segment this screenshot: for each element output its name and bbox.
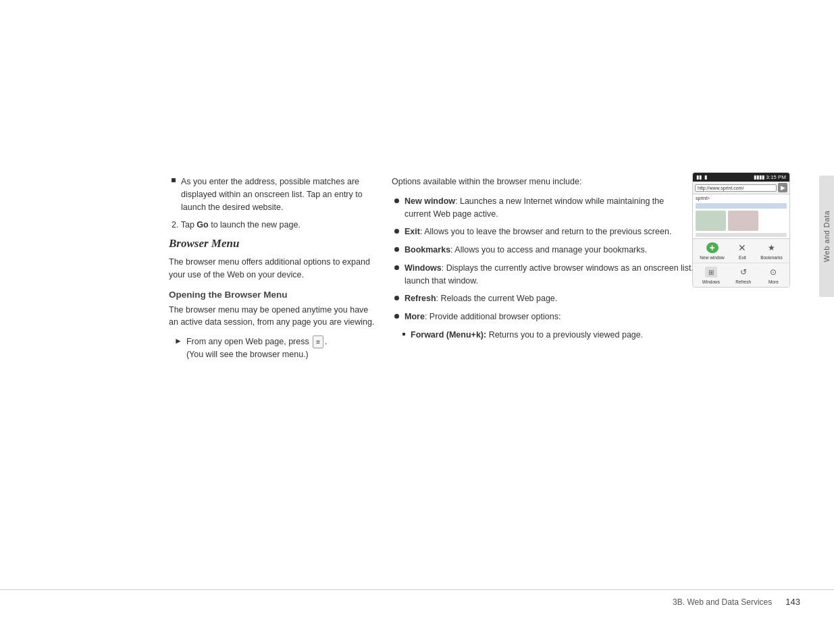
bookmarks-icon: ★ bbox=[764, 242, 778, 254]
bookmarks-star-icon: ★ bbox=[765, 242, 777, 253]
phone-menu-row1: + New window ✕ Exit ★ bbox=[693, 239, 789, 263]
phone-menu-bookmarks: ★ Bookmarks bbox=[760, 242, 783, 260]
phone-screenshot: ▮▮ ▮ ▮▮▮▮ 3:15 PM http://www.sprint.com/… bbox=[692, 172, 790, 288]
phone-content-bar2 bbox=[696, 233, 787, 237]
bookmarks-bold: Bookmarks bbox=[405, 245, 450, 254]
exit-bold: Exit bbox=[405, 227, 420, 236]
bullet-circle-4 bbox=[394, 265, 399, 270]
refresh-desc: : Reloads the current Web page. bbox=[436, 294, 558, 303]
refresh-icon: ↺ bbox=[737, 266, 750, 278]
step-go-bold: Go bbox=[197, 220, 208, 230]
forward-text: Forward (Menu+k): Returns you to a previ… bbox=[411, 329, 643, 342]
exit-desc: : Allows you to leave the browser and re… bbox=[420, 227, 671, 236]
phone-site-name: sprint> bbox=[693, 194, 789, 202]
exit-x-icon: ✕ bbox=[736, 242, 748, 253]
bullet-refresh: Refresh: Reloads the current Web page. bbox=[392, 292, 790, 305]
menu-button-icon: ≡ bbox=[313, 336, 323, 348]
phone-menu-exit: ✕ Exit bbox=[735, 242, 749, 260]
new-window-bold: New window bbox=[405, 196, 455, 206]
forward-bold: Forward (Menu+k): bbox=[411, 330, 486, 340]
right-column: ▮▮ ▮ ▮▮▮▮ 3:15 PM http://www.sprint.com/… bbox=[392, 176, 790, 344]
step-number: 2. bbox=[172, 220, 178, 230]
page-number: 143 bbox=[785, 597, 800, 607]
bookmarks-label: Bookmarks bbox=[760, 255, 783, 260]
opening-browser-menu-heading: Opening the Browser Menu bbox=[169, 290, 378, 300]
arrow-text-from: From any open Web page, press bbox=[186, 337, 311, 346]
arrow-text: From any open Web page, press ≡. (You wi… bbox=[186, 336, 328, 361]
phone-status-icons-left: ▮▮ ▮ bbox=[696, 174, 707, 180]
phone-menu-refresh: ↺ Refresh bbox=[735, 266, 751, 284]
more-circle-icon: ⊙ bbox=[767, 267, 779, 277]
new-window-icon: + bbox=[706, 242, 719, 254]
side-tab-label: Web and Data bbox=[823, 211, 831, 262]
bookmarks-text: Bookmarks: Allows you to access and mana… bbox=[405, 244, 647, 257]
browser-menu-intro: The browser menu offers additional optio… bbox=[169, 256, 378, 281]
footer-section: 3B. Web and Data Services bbox=[673, 597, 772, 607]
phone-content-thumbs bbox=[696, 211, 787, 231]
sub-bullet-icon bbox=[402, 333, 405, 336]
phone-menu-windows: ⊞ Windows bbox=[702, 266, 720, 284]
step-2: 2. Tap Go to launch the new page. bbox=[169, 219, 378, 232]
arrow-item-from: ► From any open Web page, press ≡. (You … bbox=[169, 336, 378, 361]
bullet-circle-6 bbox=[394, 314, 399, 319]
page-container: Web and Data As you enter the address, p… bbox=[0, 0, 834, 644]
new-window-text: New window: Launches a new Internet wind… bbox=[405, 195, 685, 221]
side-tab: Web and Data bbox=[819, 176, 834, 297]
browser-menu-heading: Browser Menu bbox=[169, 237, 378, 250]
bullet-more: More: Provide additional browser options… bbox=[392, 311, 790, 323]
refresh-bold: Refresh bbox=[405, 294, 436, 303]
new-window-label: New window bbox=[700, 255, 725, 260]
signal-icon: ▮▮ bbox=[696, 174, 702, 180]
windows-grid-icon: ⊞ bbox=[705, 267, 717, 277]
bullet-circle-2 bbox=[394, 229, 399, 234]
more-bold: More bbox=[405, 312, 425, 321]
bullet-circle-1 bbox=[394, 198, 399, 203]
refresh-label: Refresh bbox=[735, 279, 751, 284]
exit-text: Exit: Allows you to leave the browser an… bbox=[405, 225, 671, 238]
new-window-plus-icon: + bbox=[706, 242, 719, 253]
bookmarks-desc: : Allows you to access and manage your b… bbox=[450, 245, 647, 254]
phone-menu-area: + New window ✕ Exit ★ bbox=[693, 238, 789, 287]
phone-menu-row2: ⊞ Windows ↺ Refresh ⊙ bbox=[693, 263, 789, 287]
page-footer: 3B. Web and Data Services 143 bbox=[0, 589, 834, 607]
phone-thumb2 bbox=[728, 211, 758, 231]
refresh-arrow-icon: ↺ bbox=[737, 267, 750, 277]
phone-url-display: http://www.sprint.com/ bbox=[695, 184, 777, 192]
bullet-text-address: As you enter the address, possible match… bbox=[181, 176, 378, 213]
left-column: As you enter the address, possible match… bbox=[169, 176, 378, 364]
windows-bold: Windows bbox=[405, 263, 442, 273]
phone-status-bar: ▮▮ ▮ ▮▮▮▮ 3:15 PM bbox=[693, 173, 789, 182]
wifi-icon: ▮ bbox=[704, 174, 707, 180]
opening-browser-intro: The browser menu may be opened anytime y… bbox=[169, 304, 378, 329]
sub-bullet-forward: Forward (Menu+k): Returns you to a previ… bbox=[392, 329, 790, 342]
phone-menu-new-window: + New window bbox=[700, 242, 725, 260]
phone-go-button: ▶ bbox=[778, 183, 787, 192]
arrow-icon: ► bbox=[174, 336, 182, 346]
phone-content-bar1 bbox=[696, 203, 787, 209]
phone-icons-right: ▮▮▮▮ 3:15 PM bbox=[754, 174, 786, 180]
exit-label: Exit bbox=[739, 255, 746, 260]
step-text2: to launch the new page. bbox=[209, 220, 301, 230]
windows-label: Windows bbox=[702, 279, 720, 284]
battery-icon: ▮▮▮▮ bbox=[754, 174, 764, 180]
refresh-text: Refresh: Reloads the current Web page. bbox=[405, 292, 557, 305]
phone-url-bar: http://www.sprint.com/ ▶ bbox=[693, 182, 789, 194]
step-tap: Tap bbox=[181, 220, 197, 230]
forward-desc: Returns you to a previously viewed page. bbox=[486, 330, 643, 340]
more-icon: ⊙ bbox=[766, 266, 780, 278]
content-area: As you enter the address, possible match… bbox=[169, 176, 814, 563]
bullet-circle-5 bbox=[394, 296, 399, 300]
phone-thumb1 bbox=[696, 211, 726, 231]
more-desc: : Provide additional browser options: bbox=[425, 312, 561, 321]
exit-icon: ✕ bbox=[735, 242, 749, 254]
windows-icon: ⊞ bbox=[704, 266, 718, 278]
arrow-line2: (You will see the browser menu.) bbox=[186, 350, 309, 359]
status-time: 3:15 PM bbox=[766, 174, 786, 180]
phone-menu-more: ⊙ More bbox=[766, 266, 780, 284]
options-intro-text: Options available within the browser men… bbox=[392, 177, 581, 186]
bullet-circle-3 bbox=[394, 247, 399, 252]
more-label: More bbox=[768, 279, 779, 284]
bullet-icon bbox=[172, 178, 176, 182]
more-text: More: Provide additional browser options… bbox=[405, 311, 561, 323]
arrow-period: . bbox=[325, 337, 327, 346]
